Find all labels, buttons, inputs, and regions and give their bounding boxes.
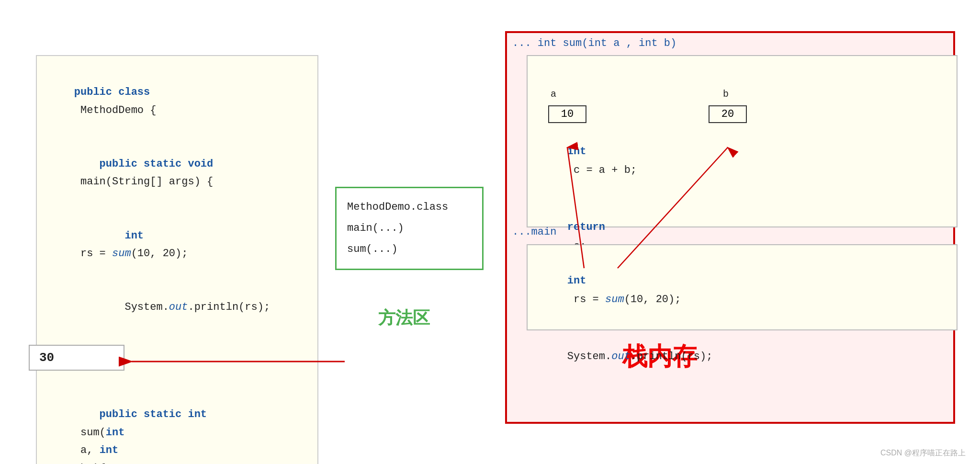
main-frame-code1: int rs = sum(10, 20); [542, 252, 942, 328]
keyword-public-static-int: public static int [74, 408, 207, 420]
sum-frame-header-text: ... int sum(int a , int b) [512, 37, 676, 49]
keyword-int-3: int [100, 444, 119, 456]
sum-frame: int c = a + b; return c; 30 [527, 55, 957, 227]
code-line-1: public class MethodDemo { [49, 66, 305, 137]
watermark: CSDN @程序喵正在路上 [880, 448, 966, 458]
param-b-box: 20 [709, 105, 747, 123]
param-a-box: 10 [548, 105, 586, 123]
method-area-box: MethodDemo.class main(...) sum(...) [335, 187, 484, 270]
code-line-2: public static void main(String[] args) { [49, 137, 305, 209]
param-b-label: b [723, 89, 729, 100]
method-area-sum: sum(...) [347, 239, 472, 260]
method-call-sum: sum [112, 248, 131, 260]
output-box: 30 [29, 345, 124, 371]
method-area-main: main(...) [347, 218, 472, 239]
out-italic: out [169, 301, 188, 313]
main-frame-header-text: ...main [512, 226, 556, 238]
sum-frame-code1: int c = a + b; [542, 123, 942, 199]
main-sum-call: sum [605, 294, 624, 306]
class-name: MethodDemo { [74, 104, 157, 116]
param-a-label: a [551, 89, 556, 100]
method-area-label: 方法区 [378, 306, 430, 330]
main-out-italic: out [611, 351, 631, 362]
code-line-6: public static int sum(int a, int b ){ [49, 388, 305, 464]
main-frame-code2: System.out.println(rs); [542, 328, 942, 385]
method-area-class: MethodDemo.class [347, 197, 472, 218]
keyword-public-static-void: public static void [74, 158, 213, 170]
main-int-kw: int [567, 275, 586, 287]
code-line-3: int rs = sum(10, 20); [49, 209, 305, 281]
keyword-int-1: int [74, 230, 144, 242]
sum-int-kw: int [567, 146, 586, 158]
sum-return-kw: return [567, 221, 605, 233]
code-line-4: System.out.println(rs); [49, 281, 305, 334]
code-panel: public class MethodDemo { public static … [36, 55, 318, 464]
keyword-public-class: public class [74, 86, 150, 98]
keyword-int-2: int [106, 427, 125, 439]
main-frame-label: ...main [512, 226, 556, 238]
output-value: 30 [39, 351, 54, 365]
sum-frame-label: ... int sum(int a , int b) [512, 37, 676, 49]
main-frame: int rs = sum(10, 20); System.out.println… [527, 244, 957, 330]
